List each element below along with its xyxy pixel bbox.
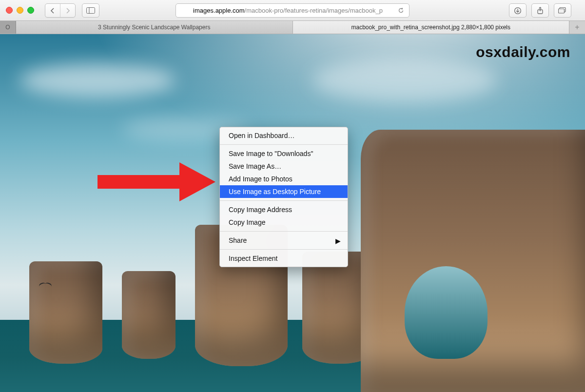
ctx-separator	[220, 231, 348, 232]
ctx-save-to-downloads[interactable]: Save Image to "Downloads"	[220, 147, 348, 160]
annotation-arrow	[98, 168, 219, 196]
ctx-copy-image[interactable]: Copy Image	[220, 216, 348, 229]
ctx-label: Inspect Element	[229, 255, 277, 262]
tab-1-label: 3 Stunningly Scenic Landscape Wallpapers	[98, 24, 210, 31]
svg-rect-0	[87, 8, 95, 14]
tab-2[interactable]: macbook_pro_with_retina_screenshot.jpg 2…	[293, 21, 570, 34]
pinned-sidebar-indicator[interactable]: O	[0, 21, 16, 34]
ctx-save-image-as[interactable]: Save Image As…	[220, 160, 348, 173]
ctx-open-in-dashboard[interactable]: Open in Dashboard…	[220, 129, 348, 142]
arch-hole	[405, 266, 488, 359]
reload-icon[interactable]	[398, 7, 404, 14]
watermark-text: osxdaily.com	[476, 44, 570, 60]
ctx-separator	[220, 144, 348, 145]
ctx-label: Use Image as Desktop Picture	[229, 188, 321, 196]
rock	[122, 271, 176, 359]
back-button[interactable]	[45, 4, 60, 17]
share-button[interactable]	[531, 3, 549, 18]
pinned-label: O	[5, 24, 10, 31]
ctx-add-to-photos[interactable]: Add Image to Photos	[220, 173, 348, 185]
address-bar[interactable]: images.apple.com/macbook-pro/features-re…	[176, 3, 410, 18]
page-content[interactable]: osxdaily.com Open in Dashboard… Save Ima…	[0, 34, 585, 392]
sidebar-toggle-button[interactable]	[82, 3, 99, 18]
downloads-button[interactable]	[509, 3, 526, 18]
close-window-button[interactable]	[6, 7, 13, 14]
submenu-arrow-icon: ▶	[335, 236, 341, 246]
tab-2-label: macbook_pro_with_retina_screenshot.jpg 2…	[351, 24, 510, 31]
ctx-inspect-element[interactable]: Inspect Element	[220, 252, 348, 265]
ctx-label: Copy Image Address	[229, 206, 292, 214]
cloud-deco	[20, 63, 176, 98]
ctx-label: Open in Dashboard…	[229, 132, 294, 139]
context-menu: Open in Dashboard… Save Image to "Downlo…	[219, 127, 348, 267]
safari-window: images.apple.com/macbook-pro/features-re…	[0, 0, 585, 392]
ctx-share[interactable]: Share ▶	[220, 234, 348, 247]
ctx-use-as-desktop-picture[interactable]: Use Image as Desktop Picture	[220, 185, 348, 198]
ctx-label: Share	[229, 236, 247, 244]
rock-arch	[361, 130, 585, 392]
nav-back-forward	[45, 3, 76, 18]
ctx-label: Add Image to Photos	[229, 175, 292, 183]
rock	[29, 261, 102, 364]
forward-button[interactable]	[60, 4, 75, 17]
address-url: images.apple.com/macbook-pro/features-re…	[181, 7, 395, 14]
ctx-label: Copy Image	[229, 218, 265, 226]
ctx-separator	[220, 200, 348, 201]
minimize-window-button[interactable]	[17, 7, 23, 14]
tab-1[interactable]: 3 Stunningly Scenic Landscape Wallpapers	[16, 21, 293, 34]
tab-bar: O 3 Stunningly Scenic Landscape Wallpape…	[0, 21, 585, 34]
ctx-label: Save Image to "Downloads"	[229, 150, 313, 157]
toolbar: images.apple.com/macbook-pro/features-re…	[0, 0, 585, 21]
bird	[39, 283, 52, 288]
new-tab-button[interactable]: +	[569, 21, 585, 34]
ctx-copy-image-address[interactable]: Copy Image Address	[220, 203, 348, 216]
fullscreen-window-button[interactable]	[27, 7, 34, 14]
tabs-overview-button[interactable]	[554, 3, 571, 18]
window-controls	[6, 7, 34, 14]
ctx-separator	[220, 249, 348, 250]
cloud-deco	[312, 59, 497, 102]
svg-rect-7	[559, 9, 565, 13]
ctx-label: Save Image As…	[229, 162, 281, 170]
